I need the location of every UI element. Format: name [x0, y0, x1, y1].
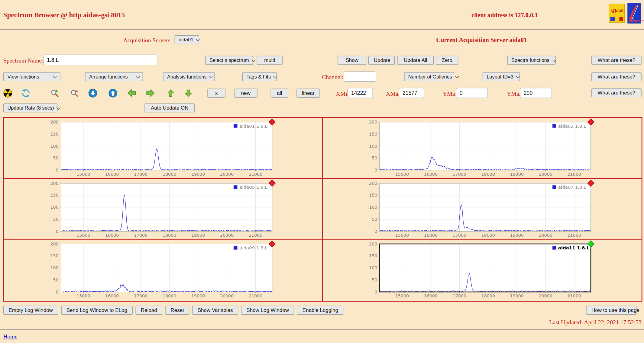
what-are-these-button-3[interactable]: What are these? [591, 88, 642, 97]
tags-fits-select[interactable]: Tags & Fits [242, 72, 277, 81]
y-tick-label: 200 [50, 120, 58, 124]
shift-right-icon[interactable] [146, 89, 155, 98]
x-button[interactable]: x [207, 89, 225, 98]
y-tick-label: 150 [50, 132, 58, 136]
auto-update-button[interactable]: Auto Update ON [144, 103, 195, 112]
ymin-input[interactable] [456, 88, 488, 98]
view-functions-value: View functions [7, 74, 39, 80]
spectrum-chart[interactable]: 1500016000170001800019000200002100005010… [45, 179, 277, 239]
y-tick-label: 150 [369, 132, 377, 136]
x-tick-label: 20000 [539, 294, 552, 299]
spectrum-select-value: Select a spectrum [209, 57, 249, 63]
spectrum-chart[interactable]: 1500016000170001800019000200002100005010… [364, 240, 595, 300]
y-tick-label: 100 [50, 205, 58, 210]
legend-label: aida05 1.8.L [239, 184, 267, 190]
current-server-label: Current Acquisition Server aida01 [436, 37, 527, 43]
refresh-icon[interactable] [21, 89, 31, 98]
spectrum-chart[interactable]: 1500016000170001800019000200002100005010… [45, 240, 277, 300]
all-button[interactable]: all [271, 89, 288, 98]
x-tick-label: 19000 [191, 172, 205, 177]
arrange-functions-value: Arrange functions [89, 74, 128, 80]
enable-logging-button[interactable]: Enable Logging [297, 306, 343, 315]
radiation-icon[interactable] [3, 89, 12, 98]
show-log-window-button[interactable]: Show Log Window [241, 306, 294, 315]
x-tick-label: 20000 [220, 233, 234, 238]
gallery-cell-aida09[interactable]: 1500016000170001800019000200002100005010… [4, 240, 323, 301]
x-tick-label: 16000 [105, 172, 119, 177]
gallery-cell-aida03[interactable]: 1500016000170001800019000200002100005010… [323, 118, 642, 179]
y-tick-label: 100 [369, 205, 377, 210]
x-tick-label: 18000 [481, 294, 495, 299]
show-button[interactable]: Show [338, 56, 366, 65]
shift-left-icon[interactable] [127, 89, 136, 98]
x-tick-label: 15000 [395, 294, 409, 299]
channel-input[interactable] [344, 71, 376, 82]
legend-swatch [552, 246, 556, 250]
new-button[interactable]: new [234, 89, 257, 98]
zero-button[interactable]: Zero [436, 56, 458, 65]
chevron-down-icon [455, 74, 459, 78]
y-tick-label: 100 [50, 144, 58, 149]
arrow-up-circle-icon[interactable] [108, 89, 118, 98]
update-all-button[interactable]: Update All [397, 56, 434, 65]
spectrum-chart[interactable]: 1500016000170001800019000200002100005010… [45, 118, 277, 178]
ymin-label: YMin [443, 90, 457, 97]
acquisition-server-select[interactable]: aida01 [175, 35, 199, 44]
zoom-out-icon[interactable] [70, 89, 79, 98]
xmax-input[interactable] [399, 88, 424, 98]
y-tick-label: 150 [369, 254, 377, 258]
y-tick-label: 200 [369, 242, 377, 246]
gallery-cell-aida01[interactable]: 1500016000170001800019000200002100005010… [4, 118, 323, 179]
y-tick-label: 100 [369, 144, 377, 149]
gallery-cell-aida11[interactable]: 1500016000170001800019000200002100005010… [323, 240, 642, 301]
footer-button-bar: Empty Log WindowSend Log Window to ELogR… [3, 306, 344, 315]
x-tick-label: 16000 [424, 233, 438, 238]
zoom-in-icon[interactable] [50, 89, 59, 98]
x-tick-label: 19000 [510, 172, 523, 177]
x-tick-label: 20000 [220, 294, 234, 299]
spectrum-chart[interactable]: 1500016000170001800019000200002100005010… [364, 118, 595, 178]
reload-button[interactable]: Reload [135, 306, 162, 315]
xmin-input[interactable] [348, 88, 373, 98]
legend-swatch [234, 124, 237, 128]
reset-button[interactable]: Reset [165, 306, 189, 315]
arrow-down-circle-icon[interactable] [88, 89, 97, 98]
arrange-functions-select[interactable]: Arrange functions [85, 72, 143, 81]
shift-down-icon[interactable] [184, 89, 193, 98]
view-functions-select[interactable]: View functions [3, 72, 60, 81]
chevron-down-icon [57, 105, 60, 109]
show-variables-button[interactable]: Show Variables [192, 306, 238, 315]
update-rate-select[interactable]: Update Rate (8 secs) [3, 103, 57, 112]
ymax-input[interactable] [520, 88, 552, 98]
spectra-functions-select[interactable]: Spectra functions [507, 56, 555, 65]
shift-up-icon[interactable] [167, 89, 176, 98]
how-to-use-button[interactable]: How to use this page [586, 306, 636, 315]
spectrum-chart[interactable]: 1500016000170001800019000200002100005010… [364, 179, 595, 239]
layout-select[interactable]: Layout ID=3 [483, 72, 520, 81]
midas-logo-chip [610, 17, 615, 21]
gallery-cell-aida05[interactable]: 1500016000170001800019000200002100005010… [4, 179, 323, 240]
multi-button[interactable]: multi [257, 56, 283, 65]
spectrum-select[interactable]: Select a spectrum [205, 56, 253, 65]
gallery-cell-aida07[interactable]: 1500016000170001800019000200002100005010… [323, 179, 642, 240]
y-tick-label: 50 [53, 155, 59, 160]
home-link[interactable]: Home [3, 334, 18, 340]
tcl-logo-text: TCL POWERED [629, 17, 644, 23]
y-tick-label: 50 [53, 277, 59, 282]
update-button[interactable]: Update [368, 56, 395, 65]
x-tick-label: 16000 [424, 172, 438, 177]
chevron-down-icon [516, 74, 520, 78]
what-are-these-button-2[interactable]: What are these? [591, 72, 642, 81]
update-rate-value: Update Rate (8 secs) [7, 105, 54, 111]
galleries-select[interactable]: Number of Galleries [404, 72, 454, 81]
x-tick-label: 15000 [76, 233, 90, 238]
send-log-window-to-elog-button[interactable]: Send Log Window to ELog [61, 306, 133, 315]
empty-log-window-button[interactable]: Empty Log Window [3, 306, 58, 315]
page-title: Spectrum Browser @ http aidas-gsi 8015 [3, 11, 125, 19]
y-tick-label: 50 [372, 155, 377, 160]
analysis-functions-select[interactable]: Analysis functions [163, 72, 215, 81]
y-tick-label: 100 [369, 266, 377, 271]
linear-button[interactable]: linear [296, 89, 320, 98]
spectrum-name-input[interactable] [43, 55, 157, 65]
what-are-these-button-1[interactable]: What are these? [591, 56, 642, 65]
